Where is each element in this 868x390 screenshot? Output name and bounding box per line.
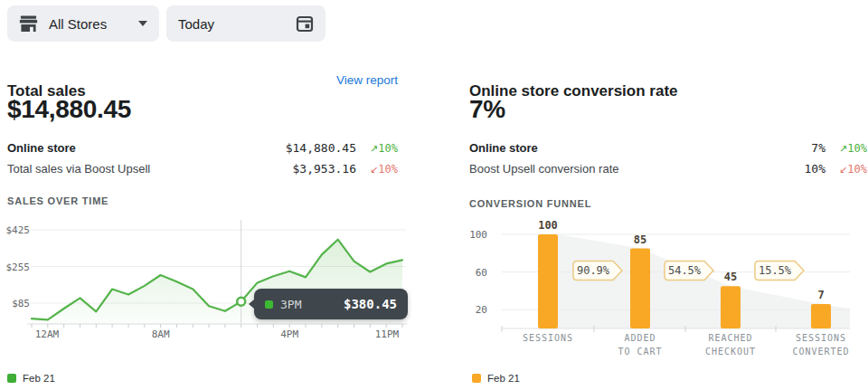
conversion-rate-value: 7%	[469, 95, 505, 124]
y-axis-label: $85	[12, 298, 30, 309]
metric-value: 7%	[717, 141, 826, 155]
metric-delta: ↗10%	[356, 142, 398, 155]
category-label: SESSIONS	[796, 333, 846, 343]
trend-up-icon: ↗	[370, 143, 378, 155]
conversion-funnel-chart[interactable]: 1006020100SESSIONS85ADDEDTO CART45REACHE…	[469, 218, 868, 367]
conversion-rate-value: 15.5%	[759, 264, 792, 277]
metric-label: Online store	[7, 141, 248, 155]
metric-row-online-store-sales: Online store $14,880.45 ↗10%	[7, 141, 398, 155]
metric-value: $14,880.45	[248, 141, 356, 155]
analytics-dashboard: All Stores Today Total sales View report…	[0, 0, 868, 390]
storefront-icon	[19, 15, 38, 33]
category-label: TO CART	[618, 347, 662, 357]
x-axis-label: 11PM	[375, 328, 400, 340]
chevron-down-icon	[138, 21, 147, 26]
total-sales-value: $14,880.45	[7, 95, 131, 124]
y-axis-label: 60	[476, 267, 487, 279]
legend-label: Feb 21	[487, 373, 520, 384]
conversion-rate-value: 90.9%	[577, 264, 610, 277]
legend-swatch-orange	[472, 374, 481, 383]
sales-chart-legend: Feb 21	[7, 373, 55, 384]
funnel-bar-sessions-converted[interactable]	[811, 304, 831, 328]
tooltip-time-label: 3PM	[280, 298, 301, 311]
bar-value-label: 7	[817, 289, 824, 301]
funnel-decline-area	[558, 234, 850, 328]
metric-row-boost-upsell-rate: Boost Upsell conversion rate 10% ↙10%	[469, 162, 867, 176]
funnel-bar-reached-checkout[interactable]	[721, 286, 741, 328]
conversion-funnel-header: CONVERSION FUNNEL	[469, 198, 591, 209]
x-axis-label: 4PM	[280, 328, 298, 340]
category-label: CHECKOUT	[705, 347, 756, 357]
y-axis-label: $255	[6, 262, 31, 273]
conversion-rate-value: 54.5%	[668, 264, 702, 277]
sales-over-time-header: SALES OVER TIME	[7, 195, 108, 206]
legend-swatch-green	[7, 374, 16, 383]
category-label: SESSIONS	[523, 333, 573, 343]
bar-value-label: 100	[538, 219, 558, 232]
metric-label: Online store	[469, 141, 717, 155]
metric-label: Boost Upsell conversion rate	[469, 162, 717, 176]
metric-row-boost-upsell-sales: Total sales via Boost Upsell $3,953.16 ↙…	[7, 162, 398, 176]
store-selector-button[interactable]: All Stores	[7, 5, 159, 42]
metric-value: $3,953.16	[248, 162, 356, 176]
category-label: REACHED	[708, 333, 752, 343]
metric-row-online-store-rate: Online store 7% ↗10%	[469, 141, 867, 155]
date-range-button[interactable]: Today	[166, 5, 326, 42]
trend-down-icon: ↙	[839, 164, 847, 176]
x-axis-label: 12AM	[35, 328, 60, 340]
category-label: ADDED	[624, 333, 656, 343]
funnel-chart-legend: Feb 21	[472, 373, 520, 384]
tooltip-series-swatch	[265, 300, 273, 309]
sales-over-time-chart[interactable]: $425$255$8512AM8AM4PM11PM	[0, 215, 425, 353]
category-label: CONVERTED	[792, 347, 849, 357]
y-axis-label: 100	[469, 229, 487, 241]
metric-value: 10%	[717, 162, 826, 176]
store-selector-label: All Stores	[49, 16, 107, 32]
y-axis-label: 20	[476, 304, 487, 316]
bar-value-label: 85	[634, 233, 646, 246]
selected-point-marker	[237, 298, 245, 306]
metric-delta: ↙10%	[356, 163, 398, 176]
metric-delta: ↙10%	[826, 163, 867, 176]
calendar-icon	[296, 14, 314, 33]
trend-up-icon: ↗	[839, 143, 847, 155]
metric-label: Total sales via Boost Upsell	[7, 162, 248, 176]
bar-value-label: 45	[724, 271, 737, 283]
x-axis-label: 8AM	[152, 328, 170, 340]
legend-label: Feb 21	[23, 373, 55, 384]
trend-down-icon: ↙	[370, 164, 378, 176]
funnel-bar-added-to-cart[interactable]	[630, 249, 650, 328]
tooltip-value: $380.45	[344, 297, 397, 311]
date-range-label: Today	[178, 16, 214, 32]
chart-tooltip: 3PM $380.45	[254, 289, 408, 319]
view-report-link[interactable]: View report	[271, 73, 398, 87]
y-axis-label: $425	[6, 224, 31, 236]
funnel-bar-sessions[interactable]	[538, 234, 558, 328]
metric-delta: ↗10%	[826, 142, 867, 155]
